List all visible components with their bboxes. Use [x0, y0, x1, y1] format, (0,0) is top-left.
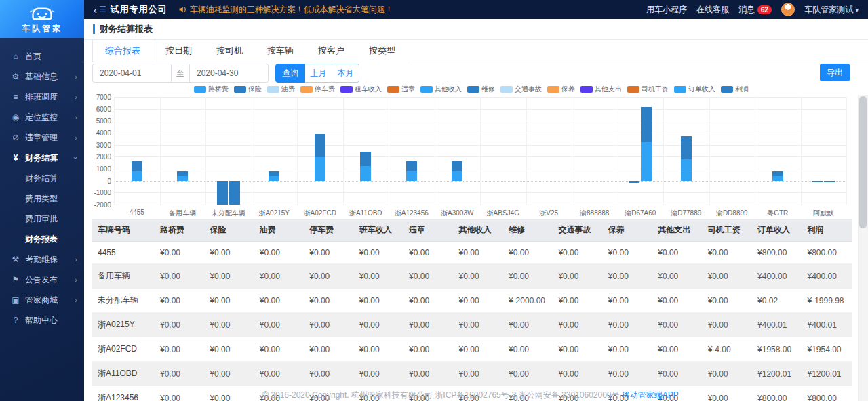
legend-item-维修[interactable]: 维修 — [467, 85, 495, 94]
amount-cell: ¥0.00 — [354, 242, 403, 264]
legend-item-违章[interactable]: 违章 — [387, 85, 415, 94]
amount-cell: ¥0.00 — [652, 337, 702, 362]
gridline-x — [755, 97, 755, 205]
amount-cell: ¥0.00 — [503, 264, 553, 289]
user-menu[interactable]: 车队管家测试 ▾ — [804, 4, 859, 16]
amount-cell: ¥0.00 — [254, 386, 304, 401]
y-axis-tick: 4000 — [92, 129, 111, 137]
tab-按车辆[interactable]: 按车辆 — [255, 40, 306, 62]
sidebar-item-违章管理[interactable]: ⊘违章管理› — [0, 127, 84, 148]
this-month-button[interactable]: 本月 — [332, 64, 359, 83]
company-name[interactable]: 试用专用公司 — [111, 3, 167, 16]
sidebar-item-排班调度[interactable]: ≡排班调度› — [0, 87, 84, 107]
legend-item-利润[interactable]: 利润 — [721, 85, 749, 94]
amount-cell: ¥0.00 — [553, 289, 602, 313]
amount-cell: ¥0.00 — [155, 362, 204, 386]
user-avatar[interactable] — [781, 3, 795, 16]
bar-浙A02FCD-订单收入 — [315, 157, 326, 181]
query-button[interactable]: 查询 — [275, 64, 305, 83]
sidebar-subitem-财务结算[interactable]: 财务结算 — [0, 168, 84, 188]
sidebar-item-帮助中心[interactable]: ?帮助中心 — [0, 310, 84, 331]
report-tabs: 综合报表按日期按司机按车辆按客户按类型 — [84, 40, 868, 62]
amount-cell: ¥0.00 — [354, 264, 403, 289]
prev-month-button[interactable]: 上月 — [305, 64, 332, 83]
chevron-right-icon: › — [75, 296, 77, 304]
legend-item-其他支出[interactable]: 其他支出 — [580, 85, 622, 94]
amount-cell: ¥0.00 — [204, 362, 254, 386]
legend-item-订单收入[interactable]: 订单收入 — [674, 85, 715, 94]
sidebar-item-管家商城[interactable]: ▣管家商城› — [0, 290, 84, 310]
amount-cell: ¥0.00 — [454, 313, 503, 337]
gridline-x — [297, 97, 298, 205]
bar-未分配车辆-利润 — [229, 181, 240, 205]
x-axis-label-渝DD8899: 渝DD8899 — [709, 209, 755, 218]
user-name: 车队管家测试 — [804, 5, 853, 14]
sidebar-item-基础信息[interactable]: ⚙基础信息› — [0, 66, 84, 87]
date-to-input[interactable] — [190, 64, 269, 83]
amount-cell: ¥0.00 — [652, 289, 702, 313]
date-from-input[interactable] — [92, 64, 171, 83]
legend-item-交通事故[interactable]: 交通事故 — [500, 85, 542, 94]
gridline-x — [435, 97, 435, 205]
x-axis-label-浙A3003W: 浙A3003W — [435, 209, 481, 218]
column-header-司机工资: 司机工资 — [703, 219, 752, 242]
plate-number-cell: 浙A0215Y — [92, 313, 155, 337]
legend-label: 维修 — [481, 85, 495, 94]
amount-cell: ¥0.00 — [155, 313, 204, 337]
topbar-right: 用车小程序 在线客服 消息 62 车队管家测试 ▾ — [646, 3, 859, 16]
tab-按客户[interactable]: 按客户 — [306, 40, 357, 62]
sidebar-item-公告发布[interactable]: ⚑公告发布› — [0, 270, 84, 290]
gridline-x — [205, 97, 206, 205]
legend-swatch — [194, 86, 206, 93]
amount-cell: ¥0.00 — [503, 313, 553, 337]
messages-link[interactable]: 消息 62 — [738, 4, 772, 16]
table-row-未分配车辆: 未分配车辆¥0.00¥0.00¥0.00¥0.00¥0.00¥0.00¥0.00… — [92, 289, 852, 313]
mini-program-link[interactable]: 用车小程序 — [646, 4, 687, 16]
bar-渝D67A60-利润 — [641, 107, 652, 142]
sidebar-subitem-财务报表[interactable]: 财务报表 — [0, 229, 84, 249]
mobile-app-link[interactable]: 移动管家端APP — [622, 390, 679, 400]
company-menu-icon[interactable]: ☰ — [99, 5, 106, 14]
tab-按类型[interactable]: 按类型 — [357, 40, 408, 62]
gridline-x — [480, 97, 481, 205]
legend-item-路桥费[interactable]: 路桥费 — [194, 85, 229, 94]
legend-item-保险[interactable]: 保险 — [234, 85, 262, 94]
legend-item-其他收入[interactable]: 其他收入 — [420, 85, 462, 94]
chevron-right-icon: › — [75, 133, 77, 142]
amount-cell: ¥0.00 — [553, 242, 602, 264]
legend-item-停车费[interactable]: 停车费 — [300, 85, 335, 94]
online-support-link[interactable]: 在线客服 — [696, 4, 729, 16]
amount-cell: ¥0.00 — [703, 386, 752, 401]
legend-item-保养[interactable]: 保养 — [547, 85, 575, 94]
tab-综合报表[interactable]: 综合报表 — [92, 40, 153, 62]
chart-legend: 路桥费保险油费停车费租车收入违章其他收入维修交通事故保养其他支出司机工资订单收入… — [92, 85, 850, 94]
app-window: 车队管家 ⌂首页⚙基础信息›≡排班调度›◉定位监控›⊘违章管理›¥财务结算›财务… — [0, 0, 868, 401]
bar-浙A123456-利润 — [406, 161, 417, 171]
collapse-sidebar-icon[interactable]: ‹ — [94, 5, 97, 15]
sidebar-subitem-费用审批[interactable]: 费用审批 — [0, 209, 84, 229]
amount-cell: ¥1200.01 — [752, 362, 802, 386]
sidebar-item-财务结算[interactable]: ¥财务结算› — [0, 148, 84, 168]
amount-cell: ¥0.00 — [454, 264, 503, 289]
x-axis-label-浙A02FCD: 浙A02FCD — [297, 209, 343, 218]
tab-按司机[interactable]: 按司机 — [204, 40, 255, 62]
sidebar-item-首页[interactable]: ⌂首页 — [0, 46, 84, 66]
x-axis-label-渝D77889: 渝D77889 — [663, 209, 709, 218]
legend-item-租车收入[interactable]: 租车收入 — [340, 85, 382, 94]
legend-label: 保险 — [248, 85, 262, 94]
legend-item-油费[interactable]: 油费 — [267, 85, 295, 94]
amount-cell: ¥0.00 — [652, 362, 702, 386]
sidebar-item-考勤维保[interactable]: ⚒考勤维保› — [0, 249, 84, 270]
bar-浙A3003W-订单收入 — [452, 171, 462, 181]
amount-cell: ¥0.00 — [603, 289, 652, 313]
column-header-其他支出: 其他支出 — [652, 219, 702, 242]
legend-item-司机工资[interactable]: 司机工资 — [627, 85, 669, 94]
column-header-订单收入: 订单收入 — [752, 219, 802, 242]
legend-label: 油费 — [281, 85, 295, 94]
y-axis-tick: 6000 — [92, 106, 111, 113]
export-button[interactable]: 导出 — [820, 64, 850, 81]
sidebar-item-定位监控[interactable]: ◉定位监控› — [0, 107, 84, 127]
tab-按日期[interactable]: 按日期 — [153, 40, 204, 62]
scrollbar-thumb[interactable] — [859, 96, 867, 228]
sidebar-subitem-费用类型[interactable]: 费用类型 — [0, 188, 84, 209]
